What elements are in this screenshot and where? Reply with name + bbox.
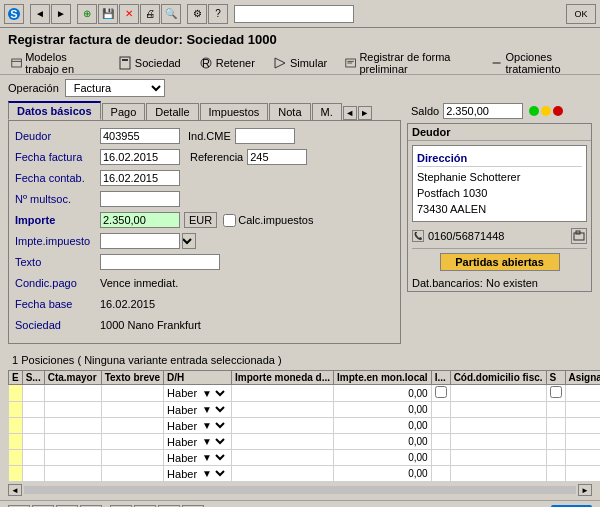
fax-icon[interactable] bbox=[571, 228, 587, 244]
cta-mayor-input[interactable] bbox=[48, 386, 98, 400]
impte-impuesto-input[interactable] bbox=[100, 233, 180, 249]
cell-mon-local: 0,00 bbox=[334, 418, 432, 434]
cell-s2 bbox=[546, 450, 565, 466]
menu-modelos[interactable]: Modelos trabajo en bbox=[8, 50, 103, 76]
save-btn[interactable]: 💾 bbox=[98, 4, 118, 24]
forward-btn[interactable]: ► bbox=[51, 4, 71, 24]
svg-text:R: R bbox=[202, 57, 210, 69]
cell-i bbox=[431, 418, 450, 434]
menu-bar: Modelos trabajo en Sociedad R Retener Si… bbox=[0, 51, 600, 75]
back-btn[interactable]: ◄ bbox=[30, 4, 50, 24]
cell-mon-local: 0,00 bbox=[334, 434, 432, 450]
positions-section: 1 Posiciones ( Ninguna variante entrada … bbox=[8, 352, 592, 496]
menu-registrar[interactable]: Registrar de forma preliminar bbox=[342, 50, 476, 76]
impuesto-select[interactable]: ▼ bbox=[182, 233, 196, 249]
texto-input[interactable] bbox=[100, 254, 220, 270]
retain-icon: R bbox=[199, 56, 213, 70]
cell-dh[interactable]: Haber▼ bbox=[164, 450, 232, 466]
cell-cod bbox=[450, 418, 546, 434]
menu-opciones[interactable]: Opciones tratamiento bbox=[488, 50, 592, 76]
ok-btn[interactable]: OK bbox=[566, 4, 596, 24]
cell-i bbox=[431, 466, 450, 482]
referencia-input[interactable] bbox=[247, 149, 307, 165]
command-field[interactable] bbox=[234, 5, 354, 23]
saldo-row: Saldo bbox=[407, 101, 592, 121]
cell-dh[interactable]: Haber▼ bbox=[164, 418, 232, 434]
dh-select-5[interactable]: ▼ bbox=[198, 451, 228, 464]
menu-simular-label: Simular bbox=[290, 57, 327, 69]
help-btn[interactable]: ? bbox=[208, 4, 228, 24]
dh-select[interactable]: ▼ bbox=[198, 387, 228, 400]
deudor-label: Deudor bbox=[15, 130, 100, 142]
s2-checkbox[interactable] bbox=[550, 386, 562, 398]
tab-datos-basicos[interactable]: Datos básicos bbox=[8, 101, 101, 120]
tab-impuestos[interactable]: Impuestos bbox=[200, 103, 269, 120]
cell-s2 bbox=[546, 418, 565, 434]
menu-sociedad[interactable]: Sociedad bbox=[115, 55, 184, 71]
fecha-contab-input[interactable] bbox=[100, 170, 180, 186]
cell-dh[interactable]: Haber ▼ bbox=[164, 385, 232, 402]
menu-opciones-label: Opciones tratamiento bbox=[506, 51, 590, 75]
modelos-icon bbox=[11, 56, 22, 70]
cell-cod bbox=[450, 450, 546, 466]
saldo-label: Saldo bbox=[411, 105, 439, 117]
saldo-input[interactable] bbox=[443, 103, 523, 119]
tab-next-btn[interactable]: ► bbox=[358, 106, 372, 120]
cell-cta bbox=[44, 466, 101, 482]
tab-prev-btn[interactable]: ◄ bbox=[343, 106, 357, 120]
phone-number: 0160/56871448 bbox=[428, 230, 504, 242]
i-checkbox[interactable] bbox=[435, 386, 447, 398]
fecha-factura-row: Fecha factura Referencia bbox=[15, 148, 394, 166]
fecha-factura-input[interactable] bbox=[100, 149, 180, 165]
impte-impuesto-label: Impte.impuesto bbox=[15, 235, 100, 247]
address-line2: 73430 AALEN bbox=[417, 201, 582, 217]
cell-cta[interactable] bbox=[44, 385, 101, 402]
dh-select-6[interactable]: ▼ bbox=[198, 467, 228, 480]
cell-dh[interactable]: Haber▼ bbox=[164, 434, 232, 450]
h-scrollbar: ◄ ► bbox=[8, 484, 592, 496]
no-multsoc-row: Nº multsoc. bbox=[15, 190, 394, 208]
tab-detalle[interactable]: Detalle bbox=[146, 103, 198, 120]
fecha-contab-label: Fecha contab. bbox=[15, 172, 100, 184]
partidas-abiertas-btn[interactable]: Partidas abiertas bbox=[440, 253, 560, 271]
phone-icon bbox=[412, 230, 424, 242]
tab-pago[interactable]: Pago bbox=[102, 103, 146, 120]
cell-dh[interactable]: Haber▼ bbox=[164, 402, 232, 418]
calc-impuestos-checkbox[interactable] bbox=[223, 214, 236, 227]
operacion-select[interactable]: Factura bbox=[65, 79, 165, 97]
scroll-left-btn[interactable]: ◄ bbox=[8, 484, 22, 496]
settings-btn[interactable]: ⚙ bbox=[187, 4, 207, 24]
tab-nota[interactable]: Nota bbox=[269, 103, 310, 120]
impte-impuesto-row: Impte.impuesto ▼ bbox=[15, 232, 394, 250]
sap-menu-btn[interactable]: S bbox=[4, 4, 24, 24]
menu-simular[interactable]: Simular bbox=[270, 55, 330, 71]
ind-che-input[interactable] bbox=[235, 128, 295, 144]
find-btn[interactable]: 🔍 bbox=[161, 4, 181, 24]
scroll-right-btn[interactable]: ► bbox=[578, 484, 592, 496]
right-col: Saldo Deudor Dirección Stephanie Schotte… bbox=[407, 101, 592, 344]
table-row: Haber▼ 0,00 bbox=[9, 466, 601, 482]
deudor-input[interactable] bbox=[100, 128, 180, 144]
no-multsoc-input[interactable] bbox=[100, 191, 180, 207]
left-col: Datos básicos Pago Detalle Impuestos Not… bbox=[8, 101, 401, 344]
cell-asig bbox=[565, 450, 600, 466]
dh-select-2[interactable]: ▼ bbox=[198, 403, 228, 416]
cell-cod bbox=[450, 466, 546, 482]
table-row: Haber▼ 0,00 bbox=[9, 434, 601, 450]
cell-dh[interactable]: Haber▼ bbox=[164, 466, 232, 482]
cell-e bbox=[9, 450, 23, 466]
importe-input[interactable] bbox=[100, 212, 180, 228]
dh-select-3[interactable]: ▼ bbox=[198, 419, 228, 432]
svg-marker-8 bbox=[275, 58, 285, 68]
dh-select-4[interactable]: ▼ bbox=[198, 435, 228, 448]
print-btn[interactable]: 🖨 bbox=[140, 4, 160, 24]
texto-label: Texto bbox=[15, 256, 100, 268]
tab-m[interactable]: M. bbox=[312, 103, 342, 120]
menu-retener[interactable]: R Retener bbox=[196, 55, 258, 71]
tab-panel-datos-basicos: Deudor Ind.CME Fecha factura Referencia … bbox=[8, 120, 401, 344]
cancel-btn[interactable]: ✕ bbox=[119, 4, 139, 24]
cell-asig bbox=[565, 466, 600, 482]
col-impte-mon-local: Impte.en mon.local bbox=[334, 371, 432, 385]
scroll-track[interactable] bbox=[24, 486, 576, 494]
add-btn[interactable]: ⊕ bbox=[77, 4, 97, 24]
